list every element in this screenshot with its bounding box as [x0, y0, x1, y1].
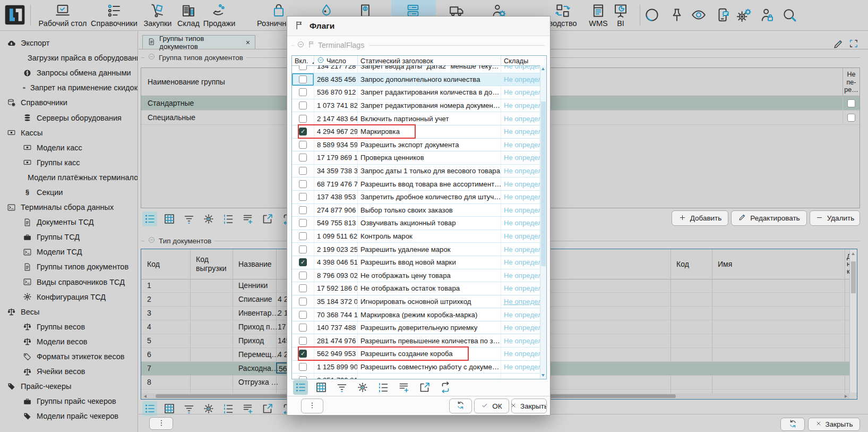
sidebar-item[interactable]: Серверы оборудования — [0, 110, 137, 125]
collapse-icon[interactable] — [148, 53, 156, 62]
column-header-enabled[interactable]: Вкл. — [292, 56, 314, 65]
reload-button[interactable] — [438, 380, 453, 395]
sidebar-item[interactable]: Кассы — [0, 125, 137, 140]
flag-row[interactable]: 137 438 953 472Запретить дробное количес… — [292, 191, 540, 204]
numbered-list-button[interactable] — [221, 211, 236, 226]
search-button[interactable] — [781, 7, 797, 25]
sidebar-item[interactable]: Конфигурация ТСД — [0, 290, 137, 304]
sidebar-item[interactable]: Справочники — [0, 95, 137, 110]
warehouse-link[interactable]: Не определено — [501, 269, 540, 282]
warehouse-link[interactable]: Не определено — [501, 256, 540, 269]
flag-checkbox[interactable] — [292, 321, 314, 334]
warehouse-link[interactable]: Не определено — [501, 99, 540, 112]
chevron-circle-icon[interactable] — [317, 56, 324, 65]
column-header[interactable]: Название — [233, 249, 276, 279]
flag-row[interactable]: 1 099 511 627 776Контроль марокНе опреде… — [292, 230, 540, 243]
flag-checkbox[interactable] — [292, 334, 314, 347]
warehouse-link[interactable]: Не определено — [501, 151, 540, 164]
flag-row[interactable]: 2 251 799 813 685 248 — [292, 374, 540, 379]
warehouse-link[interactable]: Не определено — [501, 295, 540, 308]
flag-row[interactable]: 1 125 899 906 842 624Разрешить совместну… — [292, 361, 540, 374]
warehouse-link[interactable]: Не определено — [501, 73, 540, 86]
refresh-button[interactable] — [780, 418, 805, 431]
collapse-icon[interactable] — [148, 236, 156, 245]
flag-row[interactable]: 35 184 372 088 832Игнорировать основной … — [292, 295, 540, 309]
person-lock-button[interactable] — [759, 7, 775, 25]
refresh-button[interactable] — [449, 399, 472, 413]
flag-row[interactable]: 140 737 488 355 328Разрешить доверительн… — [292, 321, 540, 335]
open-external-button[interactable] — [417, 380, 432, 395]
add-to-list-button[interactable] — [397, 380, 411, 395]
scrollbar-thumb[interactable] — [851, 261, 856, 293]
warehouse-link[interactable]: Не определено — [501, 125, 540, 138]
flag-checkbox[interactable] — [292, 361, 314, 374]
flag-checkbox[interactable]: ✓ — [292, 348, 314, 360]
flag-checkbox[interactable] — [292, 269, 314, 282]
warehouse-link[interactable]: Не определено — [501, 191, 540, 204]
vertical-scrollbar[interactable] — [849, 250, 857, 393]
flag-checkbox[interactable] — [292, 204, 314, 217]
flag-checkbox[interactable] — [292, 65, 314, 73]
flag-row[interactable]: 17 592 186 044 416Не отображать остаток … — [292, 282, 540, 295]
sidebar-item[interactable]: §Секции — [0, 185, 137, 200]
warehouse-link[interactable]: Не определено — [501, 334, 540, 347]
add-button[interactable]: Добавить — [672, 210, 728, 226]
flag-checkbox[interactable] — [292, 282, 314, 295]
scrollbar-thumb[interactable] — [541, 101, 546, 266]
sidebar-item[interactable]: Модели ТСД — [0, 244, 137, 259]
flag-row[interactable]: 2 199 023 255 552Разрешить удаление маро… — [292, 243, 540, 256]
add-to-list-button[interactable] — [240, 211, 255, 226]
flag-checkbox[interactable] — [292, 243, 314, 256]
flag-checkbox[interactable] — [292, 165, 314, 177]
numbered-list-button[interactable] — [376, 380, 391, 395]
flag-checkbox[interactable] — [292, 374, 314, 379]
flag-checkbox[interactable] — [292, 112, 314, 125]
warehouse-link[interactable]: Не определено — [501, 204, 540, 217]
sidebar-item[interactable]: Экспорт — [0, 36, 137, 50]
flag-checkbox[interactable] — [292, 191, 314, 204]
warehouse-link[interactable]: Не определено — [501, 230, 540, 243]
sidebar-item[interactable]: Модели касс — [0, 140, 137, 155]
app-logo-icon[interactable] — [4, 4, 25, 26]
gears-button[interactable] — [736, 7, 752, 25]
expand-icon[interactable] — [848, 38, 859, 51]
sidebar-item[interactable]: Загрузки прайса в оборудование — [0, 50, 137, 65]
warehouse-link[interactable] — [501, 374, 540, 379]
flag-row[interactable]: 1 073 741 824Запрет редактирования номер… — [292, 99, 540, 113]
flag-row[interactable]: 2 147 483 648Включить партионный учетНе … — [292, 112, 540, 125]
warehouse-link[interactable]: Не определено — [501, 308, 540, 321]
sidebar-item[interactable]: AdЗапрет на применение скидок — [0, 80, 137, 95]
flag-checkbox[interactable] — [292, 308, 314, 321]
warehouse-link[interactable]: Не определено — [501, 177, 540, 190]
list-select-button[interactable] — [142, 211, 157, 226]
sidebar-item[interactable]: Группы ТСД — [0, 230, 137, 244]
warehouse-link[interactable]: Не определено — [501, 65, 540, 73]
flag-checkbox[interactable] — [292, 73, 314, 86]
warehouse-link[interactable]: Не определено — [501, 86, 540, 99]
phone-chat-button[interactable] — [715, 7, 731, 25]
more-options-button[interactable] — [301, 399, 323, 413]
sidebar-item[interactable]: Документы ТСД — [0, 215, 137, 230]
flag-row[interactable]: 274 877 906 944Выбор только своих заказо… — [292, 204, 540, 217]
row-checkbox[interactable] — [843, 96, 860, 110]
flag-checkbox[interactable] — [292, 230, 314, 243]
close-button[interactable]: Закрыть — [808, 418, 860, 431]
edit-button[interactable]: Редактировать — [731, 210, 807, 226]
row-checkbox[interactable] — [843, 111, 860, 124]
flag-row[interactable]: 8 796 093 022 208Не отображать цену това… — [292, 269, 540, 283]
delete-button[interactable]: Удалить — [810, 210, 860, 226]
flag-row[interactable]: 536 870 912Запрет радактирования количес… — [292, 86, 540, 99]
warehouse-link[interactable]: Не определено — [501, 361, 540, 374]
filter-button[interactable] — [182, 211, 196, 226]
tab-close-icon[interactable]: × — [246, 38, 250, 47]
edit-pencil-icon[interactable] — [832, 38, 844, 52]
flag-checkbox[interactable] — [292, 139, 314, 151]
sidebar-item[interactable]: Группы весов — [0, 319, 137, 334]
grid-view-button[interactable] — [162, 211, 177, 226]
warehouse-link[interactable]: Не определено — [501, 112, 540, 125]
flag-checkbox[interactable] — [292, 295, 314, 308]
flag-row[interactable]: 134 217 728Запрет ввода даты "Дата2" мен… — [292, 65, 540, 73]
collapse-icon[interactable] — [297, 40, 305, 50]
module-item[interactable]: BI — [589, 3, 652, 28]
flag-row[interactable]: 281 474 976 710 656Разрешить превышение … — [292, 334, 540, 348]
